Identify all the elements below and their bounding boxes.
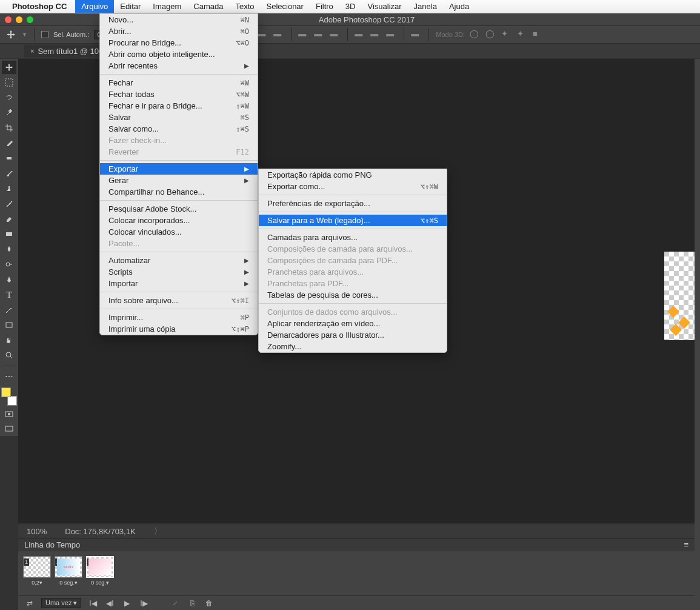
menu-janela[interactable]: Janela (408, 0, 443, 13)
menu-item[interactable]: Aplicar renderização em vídeo... (259, 318, 447, 329)
timeline-frame[interactable]: 30 seg.▾ (86, 556, 114, 586)
menu-item[interactable]: Salvar como...⇧⌘S (100, 123, 258, 135)
close-window-button[interactable] (5, 16, 12, 23)
foreground-color[interactable] (1, 387, 11, 397)
next-frame-button[interactable]: I▶ (138, 599, 149, 608)
timeline-frame[interactable]: 2SONY0 seg.▾ (55, 556, 82, 586)
minimize-window-button[interactable] (16, 16, 22, 23)
maximize-window-button[interactable] (27, 16, 33, 23)
menu-item[interactable]: Gerar▶ (100, 175, 258, 186)
lasso-tool[interactable] (2, 91, 16, 104)
menu-item[interactable]: Imprimir uma cópia⌥⇧⌘P (100, 323, 258, 335)
color-swatches[interactable] (1, 387, 17, 406)
zoom-tool[interactable] (2, 349, 16, 362)
menu-camada[interactable]: Camada (187, 0, 229, 13)
duplicate-frame-button[interactable]: ⎘ (187, 599, 198, 608)
menu-item[interactable]: Pesquisar Adobe Stock... (100, 203, 258, 215)
menu-item[interactable]: Fechar⌘W (100, 77, 258, 89)
loop-dropdown[interactable]: Uma vez ▾ (41, 598, 81, 608)
menu-ajuda[interactable]: Ajuda (443, 0, 475, 13)
menu-item[interactable]: Compartilhar no Behance... (100, 186, 258, 198)
menu-item[interactable]: Colocar vinculados... (100, 226, 258, 238)
wand-tool[interactable] (2, 106, 16, 119)
distribute-v-icon[interactable]: ▬ (370, 29, 381, 40)
menu-item[interactable]: Preferências de exportação... (259, 198, 447, 209)
menu-filtro[interactable]: Filtro (310, 0, 339, 13)
align-bottom-icon[interactable]: ▬ (330, 29, 341, 40)
move-tool-icon[interactable] (5, 28, 17, 41)
app-name[interactable]: Photoshop CC (12, 2, 67, 11)
menu-item[interactable]: Exportação rápida como PNG (259, 169, 447, 181)
document-tab[interactable]: × Sem título1 @ 100 (24, 45, 110, 58)
menu-item[interactable]: Abrir como objeto inteligente... (100, 49, 258, 60)
quickmask-toggle[interactable] (2, 407, 16, 421)
menu-item[interactable]: Abrir...⌘O (100, 25, 258, 37)
distribute-icon[interactable]: ▬ (386, 29, 397, 40)
prev-frame-button[interactable]: ◀I (104, 599, 115, 608)
shape-tool[interactable] (2, 318, 16, 332)
menu-item[interactable]: Salvar⌘S (100, 112, 258, 123)
screenmode-toggle[interactable] (2, 423, 16, 436)
stamp-tool[interactable] (2, 182, 16, 195)
crop-tool[interactable] (2, 121, 16, 135)
menu-item[interactable]: Exportar▶ (100, 163, 258, 175)
distribute-h-icon[interactable]: ▬ (355, 29, 365, 40)
delete-frame-button[interactable]: 🗑 (204, 599, 215, 608)
gradient-tool[interactable] (2, 227, 16, 241)
align-top-icon[interactable]: ▬ (298, 29, 309, 40)
blur-tool[interactable] (2, 243, 16, 256)
canvas-document[interactable] (664, 252, 695, 340)
distribute-icon-2[interactable]: ▬ (411, 29, 422, 40)
zoom-level[interactable]: 100% (27, 527, 47, 536)
menu-item[interactable]: Fechar e ir para o Bridge...⇧⌘W (100, 100, 258, 112)
move-tool[interactable] (2, 61, 16, 74)
pen-tool[interactable] (2, 273, 16, 286)
align-center-icon[interactable]: ▬ (258, 29, 268, 40)
align-right-icon[interactable]: ▬ (273, 29, 284, 40)
menu-item[interactable]: Procurar no Bridge...⌥⌘O (100, 37, 258, 49)
eraser-tool[interactable] (2, 212, 16, 226)
menu-item[interactable]: Novo...⌘N (100, 14, 258, 25)
menu-item[interactable]: Imprimir...⌘P (100, 312, 258, 323)
align-middle-icon[interactable]: ▬ (314, 29, 325, 40)
background-color[interactable] (7, 396, 17, 406)
menu-item[interactable]: Fechar todas⌥⌘W (100, 89, 258, 100)
auto-select-checkbox[interactable] (41, 31, 48, 38)
panel-menu-icon[interactable]: ≡ (684, 540, 688, 549)
dodge-tool[interactable] (2, 258, 16, 271)
menu-item[interactable]: Camadas para arquivos... (259, 232, 447, 243)
heal-tool[interactable] (2, 152, 16, 165)
menu-item[interactable]: Tabelas de pesquisa de cores... (259, 289, 447, 301)
info-arrow-icon[interactable]: 〉 (154, 526, 162, 537)
menu-item[interactable]: Zoomify... (259, 341, 447, 352)
tween-button[interactable]: ⟋ (170, 599, 181, 608)
menu-item[interactable]: Importar▶ (100, 278, 258, 289)
menu-item[interactable]: Info sobre arquivo...⌥⇧⌘I (100, 295, 258, 306)
marquee-tool[interactable] (2, 76, 16, 89)
timeline-convert-icon[interactable]: ⇄ (24, 599, 35, 608)
menu-item[interactable]: Exportar como...⌥⇧⌘W (259, 181, 447, 192)
menu-item[interactable]: Scripts▶ (100, 266, 258, 278)
hand-tool[interactable] (2, 333, 16, 347)
menu-3d[interactable]: 3D (339, 0, 362, 13)
menu-arquivo[interactable]: Arquivo (75, 0, 114, 13)
menu-selecionar[interactable]: Selecionar (261, 0, 310, 13)
menu-editar[interactable]: Editar (114, 0, 147, 13)
panel-dock[interactable] (695, 59, 700, 610)
eyedropper-tool[interactable] (2, 136, 16, 150)
menu-item[interactable]: Salvar para a Web (legado)...⌥⇧⌘S (259, 215, 447, 226)
menu-item[interactable]: Demarcadores para o Illustrator... (259, 329, 447, 341)
menu-imagem[interactable]: Imagem (147, 0, 187, 13)
close-tab-icon[interactable]: × (30, 47, 34, 55)
first-frame-button[interactable]: I◀ (87, 599, 98, 608)
timeline-frame[interactable]: 10,2▾ (23, 556, 51, 586)
history-brush-tool[interactable] (2, 197, 16, 210)
menu-visualizar[interactable]: Visualizar (361, 0, 407, 13)
path-tool[interactable] (2, 303, 16, 317)
menu-item[interactable]: Colocar incorporados... (100, 215, 258, 226)
document-info[interactable]: Doc: 175,8K/703,1K (65, 527, 135, 536)
menu-item[interactable]: Abrir recentes▶ (100, 60, 258, 72)
menu-texto[interactable]: Texto (229, 0, 260, 13)
play-button[interactable]: ▶ (121, 599, 132, 608)
menu-item[interactable]: Automatizar▶ (100, 255, 258, 266)
